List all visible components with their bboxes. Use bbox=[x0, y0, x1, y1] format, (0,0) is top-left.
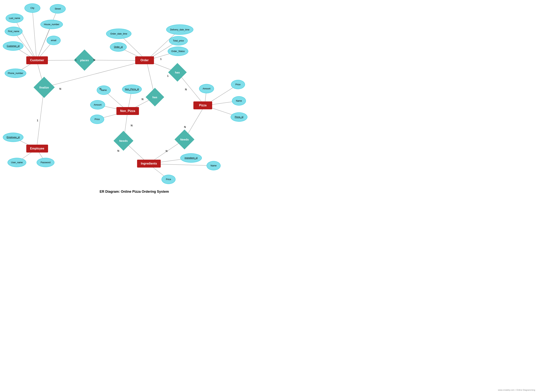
entity-ingredients: Ingredients bbox=[137, 160, 161, 168]
entity-customer: Customer bbox=[26, 56, 48, 64]
attr-employee-id: Employee_id bbox=[3, 133, 23, 142]
entity-nonpizza: Non_Pizza bbox=[116, 107, 139, 115]
card-6: 1 bbox=[167, 74, 169, 77]
card-7: N bbox=[185, 88, 187, 91]
attr-username: User_name bbox=[8, 158, 26, 167]
attr-order-date-time: Order_date_time bbox=[106, 28, 131, 39]
card-12: N bbox=[166, 149, 167, 153]
attr-phonenumber: Phone_number bbox=[5, 69, 26, 78]
attr-pizza-price: Price bbox=[231, 80, 245, 89]
attr-nonpizza-name: Name bbox=[97, 85, 111, 95]
entity-order: Order bbox=[135, 56, 154, 64]
attr-pizza-name: Name bbox=[232, 96, 246, 106]
attr-city: City bbox=[24, 3, 40, 13]
attr-nonpizza-amount: Amount bbox=[90, 100, 105, 109]
attr-total-price: Total_price bbox=[169, 36, 188, 46]
attr-housenumber: House_number bbox=[40, 20, 63, 29]
attr-delivery-date-time: Delivery_date_time bbox=[166, 24, 193, 35]
diagram-title: ER Diagram: Online Pizza Ordering System bbox=[0, 188, 268, 196]
attr-nonpizza-id: Non_Pizza_id bbox=[122, 84, 142, 94]
attr-pizza-id: Pizza_id bbox=[231, 112, 247, 122]
attr-firstname: First_name bbox=[5, 27, 23, 36]
card-11: N bbox=[184, 126, 186, 128]
card-1: 1 bbox=[75, 58, 77, 61]
card-8: N bbox=[142, 98, 144, 101]
card-4: N bbox=[100, 87, 101, 90]
attr-password: Password bbox=[37, 158, 55, 167]
attr-ingredient-name: Name bbox=[207, 161, 221, 170]
attr-ingredient-price: Price bbox=[162, 175, 176, 184]
attr-lastname: Last_name bbox=[6, 14, 23, 23]
attr-order-status: Order_Status bbox=[168, 47, 188, 56]
card-13: 1 bbox=[37, 119, 38, 122]
card-3: N bbox=[59, 87, 61, 90]
svg-line-11 bbox=[44, 61, 146, 87]
attr-email: email bbox=[46, 36, 61, 45]
entity-employee: Employee bbox=[26, 145, 48, 153]
svg-line-0 bbox=[32, 8, 37, 61]
entity-pizza: Pizza bbox=[193, 101, 212, 109]
attr-ingredient-id: ingredient_id bbox=[180, 153, 202, 163]
card-10: N bbox=[117, 149, 119, 152]
attr-customerid: Customer_id bbox=[3, 41, 23, 51]
attr-order-id: Order_id bbox=[110, 42, 127, 52]
attr-street: Street bbox=[50, 4, 66, 14]
card-2: N bbox=[93, 58, 95, 61]
svg-line-2 bbox=[14, 18, 37, 61]
attr-nonpizza-price: Price bbox=[90, 115, 104, 124]
card-5: 1 bbox=[160, 57, 162, 61]
attr-pizza-amount: Amount bbox=[199, 84, 214, 93]
card-9: N bbox=[131, 124, 133, 127]
